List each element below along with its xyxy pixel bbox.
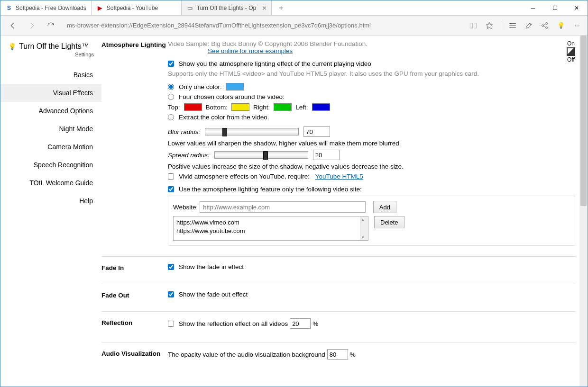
reading-view-icon[interactable] xyxy=(469,21,478,30)
bottom-color-swatch[interactable] xyxy=(231,103,249,111)
right-color-swatch[interactable] xyxy=(274,103,292,111)
vivid-checkbox[interactable] xyxy=(168,173,174,180)
favicon-page-icon: ▭ xyxy=(186,4,194,12)
nav-camera-motion[interactable]: Camera Motion xyxy=(0,138,101,156)
toggle-icon[interactable] xyxy=(567,47,575,56)
nav-night-mode[interactable]: Night Mode xyxy=(0,120,101,138)
tab-close-icon[interactable]: × xyxy=(263,4,266,12)
tab-label: Softpedia - YouTube xyxy=(107,5,158,11)
pct-label: % xyxy=(350,351,356,358)
show-effect-label: Show you the atmosphere lighting effect … xyxy=(179,60,371,67)
one-color-swatch[interactable] xyxy=(226,83,244,90)
share-icon[interactable] xyxy=(540,21,550,30)
vivid-label: Vivid atmosphere effects on YouTube, req… xyxy=(179,173,310,180)
spread-slider[interactable] xyxy=(214,151,308,159)
section-heading: Fade Out xyxy=(101,291,168,301)
bottom-label: Bottom: xyxy=(206,104,228,111)
off-label: Off xyxy=(567,56,575,63)
nav-help[interactable]: Help xyxy=(0,192,101,210)
supports-text: Supports only the HTML5 <video> and YouT… xyxy=(168,70,575,77)
spread-label: Spread radius: xyxy=(168,152,210,159)
minimize-button[interactable]: ─ xyxy=(522,0,544,15)
fade-in-checkbox[interactable] xyxy=(168,264,174,270)
on-off-toggle[interactable]: On Off xyxy=(567,40,575,63)
blur-label: Blur radius: xyxy=(168,128,200,135)
fade-out-label: Show the fade out effect xyxy=(179,291,248,298)
more-icon[interactable]: ··· xyxy=(572,21,582,30)
toolbar: ms-browser-extension://EdgeExtension_289… xyxy=(0,16,588,36)
favorite-icon[interactable] xyxy=(485,21,494,30)
tab-softpedia[interactable]: S Softpedia - Free Downloads xyxy=(0,0,92,15)
svg-point-0 xyxy=(542,25,544,27)
maximize-button[interactable]: ☐ xyxy=(544,0,566,15)
forward-button[interactable] xyxy=(25,19,38,32)
vivid-link[interactable]: YouTube HTML5 xyxy=(315,173,363,180)
site-only-checkbox[interactable] xyxy=(168,186,174,192)
section-audio: Audio Visualization The opacity value of… xyxy=(101,342,575,373)
top-label: Top: xyxy=(168,104,180,111)
audio-input[interactable] xyxy=(327,349,348,360)
section-atmosphere: Atmosphere Lighting On Off Video Sample:… xyxy=(101,40,575,257)
see-online-link[interactable]: See online for more examples xyxy=(208,47,293,54)
only-one-radio[interactable] xyxy=(168,84,174,90)
section-fade-out: Fade Out Show the fade out effect xyxy=(101,284,575,312)
sidebar: 💡 Turn Off the Lights™ Settings Basics V… xyxy=(0,36,101,387)
section-heading: Audio Visualization xyxy=(101,349,168,362)
audio-label: The opacity value of the audio visualiza… xyxy=(168,351,325,358)
reflection-label: Show the reflection effect on all videos xyxy=(179,320,288,327)
blur-desc: Lower values will sharpen the shadow, hi… xyxy=(168,140,575,147)
site-listbox[interactable]: https://www.vimeo.com https://www.youtub… xyxy=(173,216,368,241)
show-effect-checkbox[interactable] xyxy=(168,61,174,67)
tab-options[interactable]: ▭ Turn Off the Lights - Op × xyxy=(182,0,272,15)
extract-radio[interactable] xyxy=(168,114,174,120)
section-fade-in: Fade In Show the fade in effect xyxy=(101,257,575,284)
add-button[interactable]: Add xyxy=(373,201,396,213)
refresh-button[interactable] xyxy=(44,19,57,32)
extension-bulb-icon[interactable]: 💡 xyxy=(556,21,566,30)
svg-point-2 xyxy=(546,27,548,28)
bulb-icon: 💡 xyxy=(8,43,16,50)
nav-advanced-options[interactable]: Advanced Options xyxy=(0,102,101,120)
tab-strip: S Softpedia - Free Downloads ▶ Softpedia… xyxy=(0,0,522,15)
reflection-checkbox[interactable] xyxy=(168,321,174,327)
fade-out-checkbox[interactable] xyxy=(168,291,174,297)
close-button[interactable]: ✕ xyxy=(566,0,588,15)
left-label: Left: xyxy=(295,104,308,111)
nav-visual-effects[interactable]: Visual Effects xyxy=(0,84,101,102)
notes-icon[interactable] xyxy=(524,21,533,30)
spread-desc: Positive values increase the size of the… xyxy=(168,163,575,170)
website-input[interactable] xyxy=(200,201,366,213)
nav-welcome-guide[interactable]: TOtL Welcome Guide xyxy=(0,174,101,192)
four-colors-label: Four chosen colors around the video: xyxy=(179,93,285,100)
blur-input[interactable] xyxy=(303,126,330,137)
nav-speech-recognition[interactable]: Speech Recognition xyxy=(0,156,101,174)
top-color-swatch[interactable] xyxy=(184,103,202,111)
back-button[interactable] xyxy=(6,19,19,32)
tab-youtube[interactable]: ▶ Softpedia - YouTube xyxy=(92,0,182,15)
blur-slider[interactable] xyxy=(205,128,299,135)
four-colors-radio[interactable] xyxy=(168,94,174,100)
spread-input[interactable] xyxy=(313,150,340,160)
nav-basics[interactable]: Basics xyxy=(0,66,101,84)
site-box: Website: Add https://www.vimeo.com https… xyxy=(168,196,575,246)
extract-label: Extract the color from the video. xyxy=(179,114,269,121)
divider xyxy=(501,21,501,30)
page-scrollbar[interactable] xyxy=(579,36,588,387)
svg-point-1 xyxy=(546,22,548,24)
scrollbar[interactable] xyxy=(360,216,368,240)
section-heading: Atmosphere Lighting xyxy=(101,40,168,246)
list-item[interactable]: https://www.youtube.com xyxy=(176,227,365,235)
website-label: Website: xyxy=(173,204,198,211)
site-only-label: Use the atmosphere lighting feature only… xyxy=(179,186,362,193)
titlebar: S Softpedia - Free Downloads ▶ Softpedia… xyxy=(0,0,588,16)
new-tab-button[interactable]: + xyxy=(272,0,291,15)
hub-icon[interactable] xyxy=(508,21,517,30)
left-color-swatch[interactable] xyxy=(312,103,330,111)
delete-button[interactable]: Delete xyxy=(374,216,404,228)
pct-label: % xyxy=(312,320,318,327)
reflection-input[interactable] xyxy=(290,318,311,329)
app-title: 💡 Turn Off the Lights™ xyxy=(0,42,101,52)
address-bar[interactable]: ms-browser-extension://EdgeExtension_289… xyxy=(63,22,463,29)
app-name: Turn Off the Lights™ xyxy=(19,42,89,51)
list-item[interactable]: https://www.vimeo.com xyxy=(176,218,365,227)
